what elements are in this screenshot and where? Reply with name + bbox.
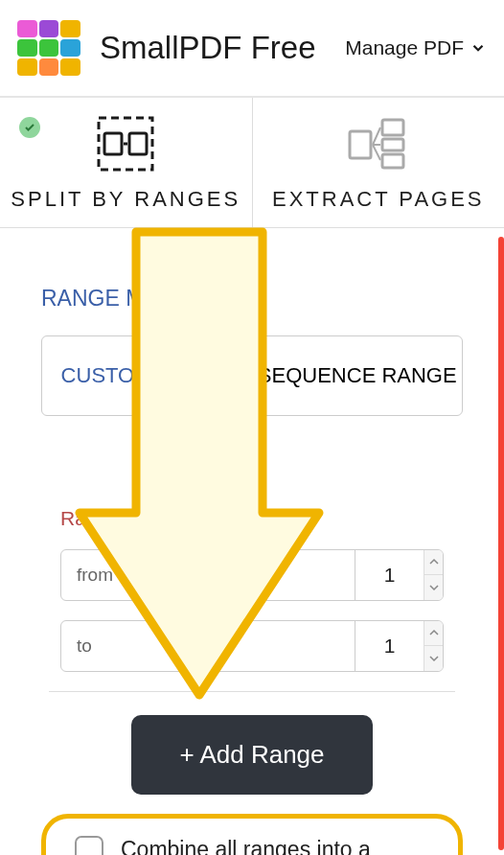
app-header: SmallPDF Free Manage PDF <box>0 0 504 96</box>
brand: SmallPDF Free <box>17 20 316 76</box>
svg-line-8 <box>373 127 380 145</box>
mode-tabs: SPLIT BY RANGES EXTRACT PAGES <box>0 98 504 228</box>
from-stepper <box>424 549 443 601</box>
svg-rect-4 <box>350 131 371 158</box>
svg-rect-2 <box>129 133 147 154</box>
app-title: SmallPDF Free <box>100 30 316 66</box>
range-from-row: from 1 <box>60 549 444 601</box>
combine-label: Combine all ranges into a <box>121 837 371 855</box>
to-stepper <box>424 620 443 672</box>
scrollbar[interactable] <box>498 237 504 850</box>
chevron-down-icon <box>470 39 487 57</box>
combine-highlight: Combine all ranges into a <box>41 814 463 855</box>
range-to-row: to 1 <box>60 620 444 672</box>
manage-pdf-label: Manage PDF <box>345 36 464 59</box>
split-icon <box>95 114 156 173</box>
range-section: Range 1 from 1 to 1 <box>41 416 463 855</box>
combine-checkbox[interactable] <box>75 836 103 855</box>
from-input[interactable]: 1 <box>355 550 443 600</box>
range-type-tabs: CUSTOM RANGE SEQUENCE RANGE <box>41 335 463 416</box>
stepper-up[interactable] <box>424 549 443 575</box>
chevron-up-icon <box>429 629 439 636</box>
chevron-down-icon <box>429 584 439 591</box>
stepper-down[interactable] <box>424 646 443 672</box>
stepper-down[interactable] <box>424 575 443 601</box>
svg-rect-5 <box>382 120 403 135</box>
manage-pdf-dropdown[interactable]: Manage PDF <box>345 36 487 59</box>
svg-rect-1 <box>104 133 122 154</box>
check-icon <box>19 117 40 138</box>
from-label: from <box>61 550 355 600</box>
svg-rect-7 <box>382 154 403 168</box>
extract-icon <box>346 114 411 173</box>
tab-split-by-ranges[interactable]: SPLIT BY RANGES <box>0 98 253 227</box>
range-label: Range 1 <box>60 507 463 530</box>
divider <box>49 691 455 692</box>
tab-sequence-range[interactable]: SEQUENCE RANGE <box>253 336 463 415</box>
to-input[interactable]: 1 <box>355 621 443 671</box>
to-label: to <box>61 621 355 671</box>
tab-label: EXTRACT PAGES <box>272 187 485 212</box>
to-value: 1 <box>355 635 424 658</box>
svg-line-10 <box>373 145 380 160</box>
from-value: 1 <box>355 564 424 587</box>
stepper-up[interactable] <box>424 620 443 646</box>
content: RANGE MODE CUSTOM RANGE SEQUENCE RANGE R… <box>0 228 504 855</box>
tab-extract-pages[interactable]: EXTRACT PAGES <box>253 98 505 227</box>
range-mode-label: RANGE MODE <box>41 286 463 312</box>
svg-rect-6 <box>382 139 403 150</box>
chevron-up-icon <box>429 558 439 566</box>
tab-custom-range[interactable]: CUSTOM RANGE <box>42 336 253 415</box>
tab-label: SPLIT BY RANGES <box>11 187 241 212</box>
chevron-down-icon <box>429 655 439 662</box>
add-range-button[interactable]: + Add Range <box>131 715 372 795</box>
app-logo <box>17 20 80 76</box>
